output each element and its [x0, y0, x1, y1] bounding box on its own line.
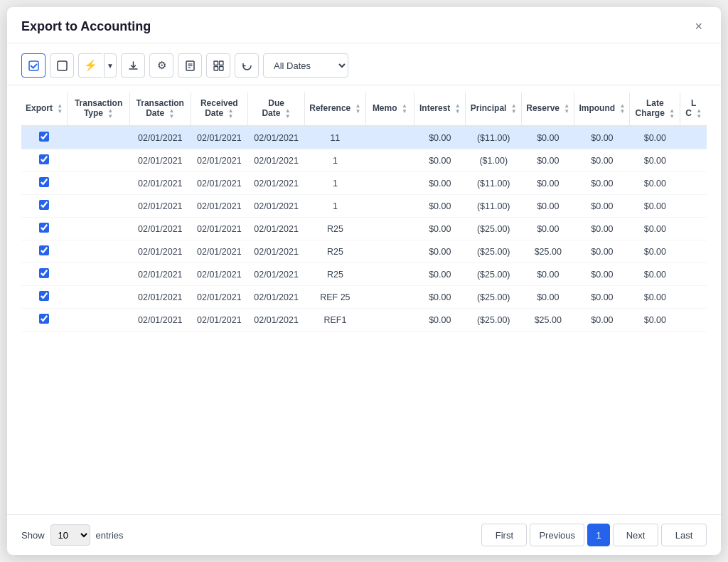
last-page-button[interactable]: Last	[661, 524, 707, 546]
row-checkbox-cell[interactable]	[21, 149, 68, 172]
sort-arrows-lc: ▲▼	[696, 108, 702, 120]
row-checkbox[interactable]	[39, 291, 49, 301]
close-button[interactable]: ×	[690, 18, 707, 34]
cell-lc	[680, 240, 707, 263]
refresh-btn[interactable]	[235, 53, 259, 78]
cell-memo	[365, 195, 414, 218]
entries-select[interactable]: 10 25 50 100	[50, 524, 90, 546]
row-checkbox[interactable]	[39, 200, 49, 210]
row-checkbox[interactable]	[39, 223, 49, 233]
cell-received-date: 02/01/2021	[191, 126, 247, 149]
row-checkbox[interactable]	[39, 154, 49, 164]
cell-reference: REF1	[305, 309, 365, 332]
cell-impound: $0.00	[574, 126, 630, 149]
row-checkbox-cell[interactable]	[21, 172, 68, 195]
row-checkbox-cell[interactable]	[21, 286, 68, 309]
cell-principal: ($1.00)	[466, 149, 522, 172]
cell-transaction-date: 02/01/2021	[129, 126, 191, 149]
cell-received-date: 02/01/2021	[191, 195, 247, 218]
col-reference[interactable]: Reference ▲▼	[305, 92, 365, 126]
cell-interest: $0.00	[414, 218, 466, 240]
cell-lc	[680, 126, 707, 149]
previous-page-button[interactable]: Previous	[530, 524, 584, 546]
cell-due-date: 02/01/2021	[247, 263, 304, 286]
cell-transaction-date: 02/01/2021	[129, 240, 191, 263]
cell-lc	[680, 218, 707, 240]
cell-late-charge: $0.00	[630, 149, 680, 172]
table-row: 02/01/202102/01/202102/01/202111$0.00($1…	[21, 126, 707, 149]
action-dropdown-arrow[interactable]: ▼	[104, 53, 117, 78]
col-memo[interactable]: Memo ▲▼	[365, 92, 414, 126]
row-checkbox-cell[interactable]	[21, 126, 68, 149]
cell-lc	[680, 286, 707, 309]
table-row: 02/01/202102/01/202102/01/2021REF1$0.00(…	[21, 309, 707, 332]
select-all-checkbox-btn[interactable]	[21, 53, 46, 78]
grid-btn[interactable]	[206, 53, 230, 78]
svg-rect-8	[214, 66, 218, 70]
col-reserve[interactable]: Reserve ▲▼	[522, 92, 574, 126]
cell-reserve: $0.00	[522, 286, 574, 309]
row-checkbox-cell[interactable]	[21, 309, 68, 332]
horizontal-scrollbar[interactable]	[21, 497, 707, 507]
cell-due-date: 02/01/2021	[247, 286, 304, 309]
col-impound[interactable]: Impound ▲▼	[574, 92, 630, 126]
first-page-button[interactable]: First	[481, 524, 527, 546]
pagination: First Previous 1 Next Last	[481, 524, 707, 546]
cell-interest: $0.00	[414, 195, 466, 218]
download-btn[interactable]	[121, 53, 145, 78]
next-page-button[interactable]: Next	[613, 524, 658, 546]
current-page-button[interactable]: 1	[587, 524, 610, 546]
cell-lc	[680, 149, 707, 172]
cell-interest: $0.00	[414, 240, 466, 263]
table-row: 02/01/202102/01/202102/01/20211$0.00($11…	[21, 195, 707, 218]
date-filter-select[interactable]: All Dates Today This Week This Month Cus…	[263, 53, 348, 78]
cell-principal: ($11.00)	[466, 126, 522, 149]
settings-btn[interactable]: ⚙	[149, 53, 173, 78]
col-received-date[interactable]: ReceivedDate ▲▼	[191, 92, 247, 126]
row-checkbox-cell[interactable]	[21, 240, 68, 263]
row-checkbox[interactable]	[39, 314, 49, 324]
cell-late-charge: $0.00	[630, 240, 680, 263]
cell-principal: ($25.00)	[466, 240, 522, 263]
row-checkbox-cell[interactable]	[21, 195, 68, 218]
row-checkbox[interactable]	[39, 245, 49, 255]
cell-reference: R25	[305, 240, 365, 263]
cell-reference: R25	[305, 263, 365, 286]
col-late-charge[interactable]: LateCharge ▲▼	[630, 92, 680, 126]
show-entries: Show 10 25 50 100 entries	[21, 524, 124, 546]
cell-reference: 11	[305, 126, 365, 149]
deselect-all-btn[interactable]	[50, 53, 74, 78]
sort-arrows-interest: ▲▼	[455, 103, 461, 115]
col-due-date[interactable]: DueDate ▲▼	[247, 92, 304, 126]
row-checkbox-cell[interactable]	[21, 218, 68, 240]
col-principal[interactable]: Principal ▲▼	[466, 92, 522, 126]
row-checkbox[interactable]	[39, 268, 49, 278]
modal-title: Export to Accounting	[21, 19, 151, 34]
row-checkbox[interactable]	[39, 132, 49, 142]
cell-received-date: 02/01/2021	[191, 263, 247, 286]
document-btn[interactable]	[178, 53, 202, 78]
col-transaction-type[interactable]: TransactionType ▲▼	[68, 92, 130, 126]
cell-memo	[365, 286, 414, 309]
cell-memo	[365, 126, 414, 149]
cell-principal: ($11.00)	[466, 195, 522, 218]
row-checkbox[interactable]	[39, 177, 49, 187]
table-row: 02/01/202102/01/202102/01/2021R25$0.00($…	[21, 218, 707, 240]
cell-reserve: $0.00	[522, 172, 574, 195]
sort-arrows-principal: ▲▼	[511, 103, 517, 115]
cell-late-charge: $0.00	[630, 195, 680, 218]
lightning-btn[interactable]: ⚡	[78, 53, 102, 78]
col-lc[interactable]: LC ▲▼	[680, 92, 707, 126]
cell-transaction-date: 02/01/2021	[129, 218, 191, 240]
cell-interest: $0.00	[414, 309, 466, 332]
col-transaction-date[interactable]: TransactionDate ▲▼	[129, 92, 191, 126]
row-checkbox-cell[interactable]	[21, 263, 68, 286]
cell-transaction-date: 02/01/2021	[129, 172, 191, 195]
col-export[interactable]: Export ▲▼	[21, 92, 68, 126]
sort-arrows-export: ▲▼	[57, 103, 63, 115]
cell-impound: $0.00	[574, 309, 630, 332]
cell-impound: $0.00	[574, 263, 630, 286]
cell-transaction-date: 02/01/2021	[129, 286, 191, 309]
cell-late-charge: $0.00	[630, 126, 680, 149]
col-interest[interactable]: Interest ▲▼	[414, 92, 466, 126]
